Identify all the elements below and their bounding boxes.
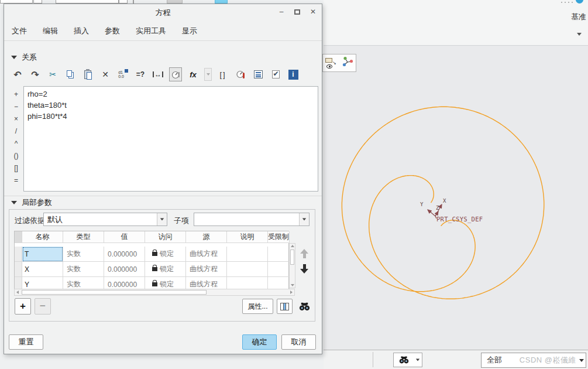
help-icon[interactable] [576,0,583,4]
filter-select[interactable]: 默认 [43,213,167,226]
scrollbar-thumb[interactable] [22,290,207,295]
evaluate-icon[interactable]: =? [134,67,147,81]
equation-line: phi=180*t*4 [27,111,314,122]
datum-display-icon[interactable] [342,56,353,70]
insert-units-icon[interactable] [169,67,182,81]
menu-show[interactable]: 显示 [182,26,197,36]
menu-insert[interactable]: 插入 [74,26,89,36]
row-selector[interactable] [15,247,22,262]
param-description-cell[interactable] [227,262,268,277]
graphics-viewport[interactable] [324,46,588,350]
measure-icon[interactable]: ↔ [152,67,164,81]
param-type-cell[interactable]: 实数 [63,262,104,277]
scroll-up-icon[interactable] [291,245,294,247]
col-header-description[interactable]: 说明 [227,231,268,243]
redo-icon[interactable]: ↷ [29,67,42,81]
add-parameter-button[interactable]: + [15,298,31,315]
table-corner [15,231,22,243]
functions-dropdown-icon[interactable] [204,68,212,81]
op-power[interactable]: ^ [15,139,18,148]
param-access-cell[interactable]: 锁定 [145,262,186,277]
col-header-restricted[interactable]: 受限制 [268,231,290,243]
functions-icon[interactable]: fx [187,67,200,81]
cancel-button[interactable]: 取消 [281,334,316,350]
ok-button[interactable]: 确定 [242,334,277,350]
col-header-value[interactable]: 值 [104,231,145,243]
table-vertical-scrollbar[interactable] [289,243,295,288]
info-icon[interactable]: i [287,67,300,81]
lock-icon [152,252,157,256]
verify-relations-icon[interactable] [269,67,282,81]
local-params-section-label: 局部参数 [22,197,52,208]
maximize-icon[interactable] [293,8,301,16]
op-brackets[interactable]: [] [14,164,18,173]
close-icon[interactable]: ✕ [309,8,317,16]
param-name-cell[interactable]: X [22,262,63,277]
op-divide[interactable]: / [15,127,17,136]
display-style-icon[interactable]: ↘ [325,57,337,69]
subitem-label: 子项 [174,216,189,226]
dialog-titlebar[interactable]: 方程 – ✕ [4,4,322,21]
col-header-access[interactable]: 访问 [145,231,186,243]
param-value-cell[interactable]: 0.000000 [104,247,145,262]
paste-icon[interactable] [81,67,94,81]
sort-dimensions-icon[interactable]: d1 0.0 [116,67,129,81]
watermark-text: CSDN @崧儀維 [520,355,576,365]
columns-icon [280,303,289,310]
menu-file[interactable]: 文件 [12,26,27,36]
op-equals[interactable]: = [14,176,18,185]
find-parameter-button[interactable] [296,299,312,314]
datum-group-chevron-down-icon[interactable] [577,33,582,36]
relations-editor: + − × / ^ () [] = rho=2 theta=180*t phi=… [9,86,318,192]
param-type-cell[interactable]: 实数 [63,247,104,262]
scroll-right-icon[interactable] [290,291,293,294]
param-source-cell[interactable]: 曲线方程 [186,247,227,262]
menu-utilities[interactable]: 实用工具 [136,26,166,36]
col-header-source[interactable]: 源 [186,231,227,243]
op-parens[interactable]: () [14,152,19,160]
delete-icon[interactable]: ✕ [99,67,112,81]
remove-parameter-button: − [35,298,51,315]
relations-section-header[interactable]: 关系 [11,52,37,63]
local-params-section-header[interactable]: 局部参数 [11,197,52,208]
equation-text-area[interactable]: rho=2 theta=180*t phi=180*t*4 [23,86,318,192]
brackets-icon[interactable]: [] [216,67,229,81]
ribbon-dot [561,2,562,3]
menu-parameters[interactable]: 参数 [105,26,120,36]
status-filter-combobox[interactable]: 全部 CSDN @崧儀維 [481,353,586,368]
param-restricted-cell[interactable] [268,262,290,277]
sorted-list-icon[interactable] [252,67,264,81]
param-name-cell[interactable]: T [22,247,63,262]
column-settings-button[interactable] [277,299,293,314]
subitem-select[interactable] [194,213,310,226]
op-minus[interactable]: − [14,102,18,111]
scrollbar-thumb[interactable] [290,250,294,265]
status-find-dropdown[interactable] [414,353,422,367]
copy-icon[interactable] [64,67,77,81]
chevron-down-icon [160,218,164,221]
undo-icon[interactable]: ↶ [11,67,24,81]
col-header-name[interactable]: 名称 [22,231,63,243]
op-multiply[interactable]: × [14,115,18,124]
cut-icon[interactable]: ✂ [46,67,59,81]
scroll-down-icon[interactable] [291,284,294,286]
move-row-down-button[interactable] [300,264,309,275]
param-description-cell[interactable] [227,247,268,262]
param-source-cell[interactable]: 曲线方程 [186,262,227,277]
menu-edit[interactable]: 编辑 [43,26,58,36]
param-value-cell[interactable]: 0.000000 [104,262,145,277]
units-review-icon[interactable] [234,67,247,81]
filter-label: 过滤依据 [15,216,45,226]
reset-button[interactable]: 重置 [9,334,43,350]
minimize-icon[interactable]: – [277,8,286,16]
op-plus[interactable]: + [14,90,18,99]
col-header-type[interactable]: 类型 [63,231,104,243]
param-restricted-cell[interactable] [268,247,290,262]
param-access-cell[interactable]: 锁定 [145,247,186,262]
table-horizontal-scrollbar[interactable] [14,289,295,296]
move-row-up-button[interactable] [300,249,309,259]
scroll-left-icon[interactable] [16,291,19,294]
row-selector[interactable] [15,262,22,277]
status-find-button[interactable] [393,353,414,367]
properties-button[interactable]: 属性... [242,299,273,314]
